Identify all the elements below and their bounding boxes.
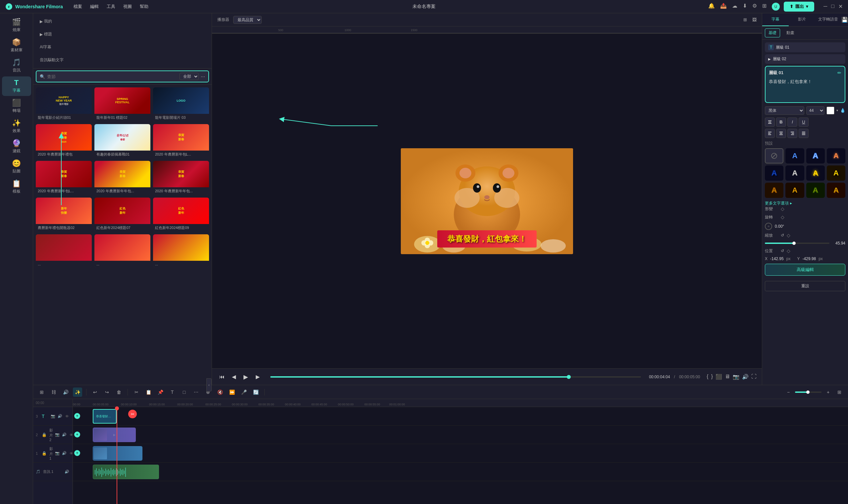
panel-collapse-btn[interactable]: ‹ — [206, 378, 212, 392]
zoom-thumb[interactable] — [806, 391, 810, 394]
template-item-3[interactable]: LOGO 龍年電影開場片 03 — [153, 87, 209, 122]
tl-undo-btn[interactable]: ↩ — [90, 388, 100, 397]
track-3-eye-btn[interactable]: 👁 — [64, 413, 70, 419]
rotation-keyframe-btn[interactable]: ◇ — [781, 214, 784, 220]
font-color-swatch[interactable] — [827, 107, 834, 114]
preset-10[interactable]: A — [806, 183, 825, 198]
text-editor-edit-btn[interactable]: ✏ — [837, 70, 842, 75]
menu-file[interactable]: 檔案 — [73, 4, 82, 10]
search-input[interactable] — [47, 74, 177, 79]
tl-zoom-out-btn[interactable]: − — [784, 388, 793, 397]
menu-tools[interactable]: 工具 — [107, 4, 115, 10]
template-item-8[interactable]: 恭賀新春 2020 年農曆新年年包... — [94, 161, 150, 195]
eyedropper-icon[interactable]: 💧 — [840, 108, 845, 113]
section-tab-animation[interactable]: 動畫 — [783, 29, 798, 37]
track-1-camera-btn[interactable]: 📷 — [54, 450, 60, 456]
scale-reset-btn[interactable]: ↺ — [781, 233, 784, 238]
advanced-edit-btn[interactable]: 高級編輯 — [765, 264, 845, 276]
search-more-icon[interactable]: ⋯ — [201, 74, 205, 79]
progress-handle[interactable] — [567, 375, 571, 379]
sidebar-filter[interactable]: 🔮 濾鏡 — [2, 137, 31, 157]
text-clip-1[interactable]: 恭喜發財，... — [93, 409, 117, 424]
section-tab-basic[interactable]: 基礎 — [765, 29, 780, 37]
template-item-6[interactable]: 恭賀新春 2020 年農曆新年包L... — [153, 124, 209, 158]
tl-ai-btn[interactable]: ✨ — [73, 388, 82, 397]
template-item-2[interactable]: SPRINGFESTIVAL 龍年新年01 標題02 — [94, 87, 150, 122]
notification-icon[interactable]: 🔔 — [708, 3, 715, 11]
tab-subtitle[interactable]: 字幕 — [762, 13, 789, 26]
preset-5[interactable]: A — [785, 165, 804, 181]
align-left-btn[interactable] — [765, 129, 775, 138]
monitor-btn[interactable]: 🖥 — [725, 374, 730, 380]
frame-back-btn[interactable]: ◀ — [229, 372, 239, 381]
sidebar-material[interactable]: 📦 素材庫 — [2, 36, 31, 56]
template-item-11[interactable]: 紅色新年 紅色新年2024標題07 — [94, 198, 150, 232]
play-btn[interactable]: ▶ — [241, 372, 250, 381]
template-item-4[interactable]: 恭賀新春2025 2020 年農曆新年禮包 — [36, 124, 92, 158]
layer-02-item[interactable]: ▶ 層級 02 — [765, 54, 845, 64]
underline-btn[interactable]: U — [799, 118, 809, 127]
track-3-mute-btn[interactable]: 🔊 — [57, 413, 63, 419]
export-button[interactable]: ⬆ 匯出 ▾ — [784, 2, 814, 12]
preset-none[interactable] — [765, 148, 783, 163]
template-item-5[interactable]: 은하신년春節 有趣的春節揭幕戰01 — [94, 124, 150, 158]
text-editor-textarea[interactable] — [769, 78, 842, 98]
tl-redo-btn[interactable]: ↪ — [102, 388, 111, 397]
scissors-btn[interactable]: ✂ — [128, 410, 137, 418]
tl-mute-btn[interactable]: 🔇 — [215, 388, 225, 397]
template-item-9[interactable]: 恭賀新春 2020 年農曆新年年包... — [153, 161, 209, 195]
grid-icon[interactable]: ⊞ — [762, 3, 766, 11]
font-family-select[interactable]: 黑体 — [765, 106, 804, 115]
tl-voice-btn[interactable]: 🎤 — [239, 388, 248, 397]
window-controls[interactable]: ─ □ ✕ — [824, 3, 843, 10]
template-item-7[interactable]: 恭賀新春 2020 年農曆新年包L... — [36, 161, 92, 195]
center-align-btn[interactable] — [765, 118, 775, 127]
maximize-btn[interactable]: □ — [831, 3, 834, 10]
track-2-camera-btn[interactable]: 📷 — [54, 432, 60, 438]
color-arrow[interactable]: ▾ — [836, 109, 838, 112]
main-menu[interactable]: 檔案 編輯 工具 視圖 幫助 — [73, 4, 149, 10]
tl-paste-btn[interactable]: 📌 — [156, 388, 165, 397]
sidebar-text[interactable]: T 字幕 — [2, 76, 31, 96]
tl-zoom-in-btn[interactable]: + — [824, 388, 833, 397]
extract-btn[interactable]: ⬛ — [715, 374, 722, 380]
bold-btn[interactable]: B — [776, 118, 786, 127]
minimize-btn[interactable]: ─ — [824, 3, 827, 10]
menu-help[interactable]: 幫助 — [140, 4, 149, 10]
sidebar-template[interactable]: 📋 模板 — [2, 177, 31, 197]
preset-4[interactable]: A — [765, 165, 783, 181]
playback-progress[interactable] — [270, 376, 641, 378]
template-item-12[interactable]: 紅色新年 紅色新年2024標題09 — [153, 198, 209, 232]
sidebar-media[interactable]: 🎬 燒庫 — [2, 16, 31, 35]
tl-fit-btn[interactable]: ⊞ — [835, 388, 844, 397]
tl-cut-btn[interactable]: ✂ — [132, 388, 141, 397]
moving-text-nav-item[interactable]: 音訊驅動文字 — [37, 55, 66, 66]
track-2-mute-btn[interactable]: 🔊 — [61, 432, 67, 438]
font-size-select[interactable]: 44 — [806, 106, 825, 115]
scale-slider[interactable] — [765, 242, 829, 244]
template-item-10[interactable]: 新年快樂 農曆新年禮包開瓶器02 — [36, 198, 92, 232]
tl-grid-btn[interactable]: ⊞ — [37, 388, 46, 397]
preset-9[interactable]: A — [785, 183, 804, 198]
sidebar-sticker[interactable]: 😊 貼圖 — [2, 157, 31, 177]
search-filter-select[interactable]: 全部 — [179, 73, 199, 80]
add-track-above-btn[interactable]: + — [74, 413, 80, 419]
template-item-1[interactable]: HAPPYNEW YEAR龍年電影 龍年電影介紹片頭01 — [36, 87, 92, 122]
audio-mute-btn[interactable]: 🔊 — [64, 469, 70, 475]
align-center-btn2[interactable] — [776, 129, 786, 138]
justify-btn[interactable] — [799, 129, 809, 138]
align-right-btn[interactable] — [788, 129, 797, 138]
image-icon[interactable]: 🖼 — [752, 17, 757, 22]
tl-copy-btn[interactable]: 📋 — [144, 388, 153, 397]
tl-link-btn[interactable]: ⛓ — [49, 388, 58, 397]
preset-11[interactable]: A — [827, 183, 845, 198]
italic-btn[interactable]: I — [788, 118, 797, 127]
download-icon[interactable]: ⬇ — [743, 3, 747, 11]
rotation-circle-icon[interactable]: ○ — [765, 223, 772, 230]
position-keyframe-btn[interactable]: ◇ — [787, 248, 790, 253]
grid-view-icon[interactable]: ⊞ — [743, 17, 747, 22]
frame-forward-btn[interactable]: ▶ — [253, 372, 262, 381]
add-track-btn-1[interactable]: + — [74, 450, 80, 456]
sidebar-audio[interactable]: 🎵 音訊 — [2, 56, 31, 76]
tl-rect-btn[interactable]: □ — [179, 388, 189, 397]
